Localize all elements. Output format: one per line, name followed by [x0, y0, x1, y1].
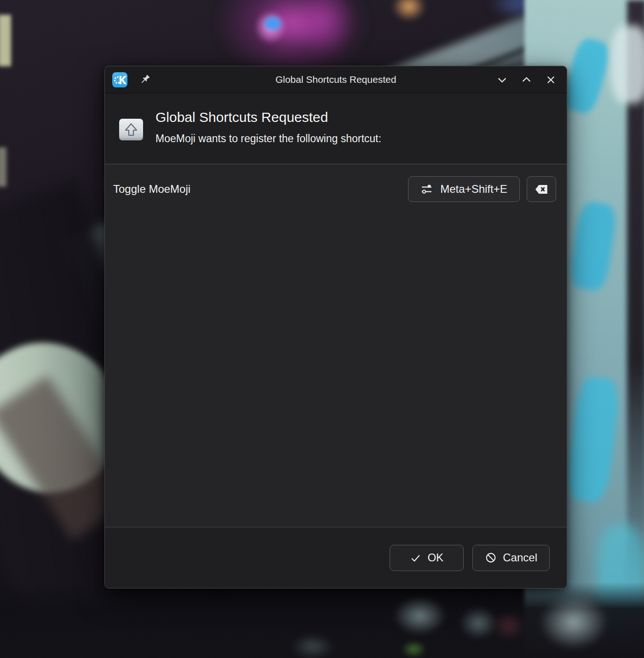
dialog-content: Toggle MoeMoji Meta+Shift+E — [105, 164, 567, 527]
cancel-button-label: Cancel — [503, 551, 537, 564]
desktop: Global Shortcuts Requested — [0, 0, 644, 658]
ok-button[interactable]: OK — [390, 545, 464, 571]
shortcut-row: Toggle MoeMoji Meta+Shift+E — [105, 164, 567, 202]
close-button[interactable] — [544, 73, 558, 87]
clear-shortcut-button[interactable] — [527, 176, 556, 202]
ok-button-label: OK — [427, 551, 443, 564]
kde-logo-icon[interactable] — [112, 72, 127, 87]
shortcut-button-label: Meta+Shift+E — [440, 183, 507, 196]
pin-icon[interactable] — [138, 73, 152, 87]
dialog-global-shortcuts: Global Shortcuts Requested — [104, 66, 567, 589]
shortcut-button[interactable]: Meta+Shift+E — [408, 176, 520, 202]
maximize-button[interactable] — [519, 73, 533, 87]
shortcut-action-label: Toggle MoeMoji — [113, 183, 190, 196]
check-icon — [410, 552, 421, 564]
chevron-down-icon — [496, 74, 508, 86]
close-icon — [545, 74, 557, 86]
dialog-heading: Global Shortcuts Requested — [155, 110, 381, 126]
shortcut-controls: Meta+Shift+E — [408, 176, 556, 202]
chevron-up-icon — [520, 74, 533, 86]
dialog-message: MoeMoji wants to register the following … — [155, 133, 381, 145]
titlebar[interactable]: Global Shortcuts Requested — [105, 66, 567, 93]
header-text: Global Shortcuts Requested MoeMoji wants… — [155, 110, 381, 164]
window-controls — [495, 73, 559, 87]
minimize-button[interactable] — [495, 73, 509, 87]
shift-key-icon — [119, 119, 143, 140]
backspace-icon — [535, 184, 548, 195]
sliders-icon — [420, 183, 433, 196]
slashed-circle-icon — [485, 552, 497, 564]
dialog-header: Global Shortcuts Requested MoeMoji wants… — [105, 93, 567, 164]
dialog-footer: OK Cancel — [105, 527, 567, 588]
cancel-button[interactable]: Cancel — [472, 545, 550, 571]
